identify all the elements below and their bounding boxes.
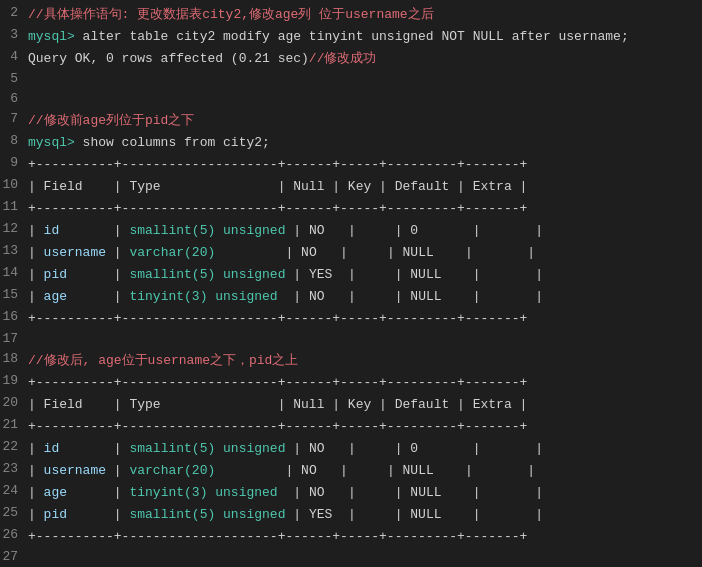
code-line: 13| username | varchar(20) | NO | | NULL… — [0, 242, 702, 264]
code-token: | — [106, 245, 129, 260]
line-number: 16 — [0, 309, 28, 324]
code-token: | Field | Type | Null | Key | Default | … — [28, 397, 527, 412]
line-text: mysql> alter table city2 modify age tiny… — [28, 27, 702, 47]
code-token: tinyint(3) unsigned — [129, 485, 277, 500]
code-token: +----------+--------------------+------+… — [28, 375, 527, 390]
code-token: | — [215, 245, 301, 260]
code-line: 12| id | smallint(5) unsigned | NO | | 0… — [0, 220, 702, 242]
code-token: NULL — [403, 463, 434, 478]
code-token: smallint(5) unsigned — [129, 223, 285, 238]
line-text: +----------+--------------------+------+… — [28, 527, 702, 547]
code-token: | | — [325, 289, 411, 304]
code-line: 18//修改后, age位于username之下，pid之上 — [0, 350, 702, 372]
code-line: 11+----------+--------------------+-----… — [0, 198, 702, 220]
code-token: //修改前age列位于pid之下 — [28, 113, 194, 128]
line-text: | username | varchar(20) | NO | | NULL |… — [28, 243, 702, 263]
code-token: | — [59, 441, 129, 456]
code-token: NO — [309, 223, 325, 238]
code-token: show columns from city2; — [83, 135, 270, 150]
code-token: | — [215, 463, 301, 478]
code-token: | — [28, 267, 44, 282]
code-token: age — [44, 485, 67, 500]
code-line: 2//具体操作语句: 更改数据表city2,修改age列 位于username之… — [0, 4, 702, 26]
code-token: YES — [309, 267, 332, 282]
code-token: //修改后, age位于username之下，pid之上 — [28, 353, 298, 368]
code-line: 4Query OK, 0 rows affected (0.21 sec)//修… — [0, 48, 702, 70]
code-line: 20| Field | Type | Null | Key | Default … — [0, 394, 702, 416]
code-token: | — [28, 289, 44, 304]
code-token: NULL — [410, 507, 441, 522]
line-text: Query OK, 0 rows affected (0.21 sec)//修改… — [28, 49, 702, 69]
code-token: NO — [301, 245, 317, 260]
code-token: tinyint(3) unsigned — [129, 289, 277, 304]
code-token: smallint(5) unsigned — [129, 441, 285, 456]
code-token: mysql> — [28, 135, 83, 150]
line-text: | age | tinyint(3) unsigned | NO | | NUL… — [28, 287, 702, 307]
line-number: 10 — [0, 177, 28, 192]
line-text: | age | tinyint(3) unsigned | NO | | NUL… — [28, 483, 702, 503]
code-line: 15| age | tinyint(3) unsigned | NO | | N… — [0, 286, 702, 308]
code-token: smallint(5) unsigned — [129, 507, 285, 522]
code-token: | — [285, 267, 308, 282]
code-token: | — [28, 223, 44, 238]
code-token: | | — [442, 507, 543, 522]
code-token: NULL — [410, 289, 441, 304]
code-token: YES — [309, 507, 332, 522]
line-text: //具体操作语句: 更改数据表city2,修改age列 位于username之后 — [28, 5, 702, 25]
code-token: | — [278, 289, 309, 304]
line-text: | id | smallint(5) unsigned | NO | | 0 |… — [28, 221, 702, 241]
line-number: 22 — [0, 439, 28, 454]
code-token: +----------+--------------------+------+… — [28, 419, 527, 434]
code-token: | | — [332, 267, 410, 282]
code-line: 22| id | smallint(5) unsigned | NO | | 0… — [0, 438, 702, 460]
code-token: | — [67, 267, 129, 282]
code-token: NULL — [403, 245, 434, 260]
code-token: mysql> — [28, 29, 83, 44]
code-line: 23| username | varchar(20) | NO | | NULL… — [0, 460, 702, 482]
code-token: age — [44, 289, 67, 304]
code-line: 7//修改前age列位于pid之下 — [0, 110, 702, 132]
line-text: | pid | smallint(5) unsigned | YES | | N… — [28, 265, 702, 285]
line-number: 26 — [0, 527, 28, 542]
code-token: | — [278, 485, 309, 500]
line-text: +----------+--------------------+------+… — [28, 373, 702, 393]
line-text: | username | varchar(20) | NO | | NULL |… — [28, 461, 702, 481]
line-number: 25 — [0, 505, 28, 520]
code-token: NO — [309, 441, 325, 456]
line-text: //修改后, age位于username之下，pid之上 — [28, 351, 702, 371]
code-token: 0 — [410, 441, 418, 456]
line-number: 15 — [0, 287, 28, 302]
code-line: 24| age | tinyint(3) unsigned | NO | | N… — [0, 482, 702, 504]
code-line: 10| Field | Type | Null | Key | Default … — [0, 176, 702, 198]
code-token: | — [67, 289, 129, 304]
code-line: 16+----------+--------------------+-----… — [0, 308, 702, 330]
line-text: +----------+--------------------+------+… — [28, 199, 702, 219]
line-number: 23 — [0, 461, 28, 476]
code-line: 6 — [0, 90, 702, 110]
code-token: | | — [317, 463, 403, 478]
code-editor: 2//具体操作语句: 更改数据表city2,修改age列 位于username之… — [0, 4, 702, 567]
code-token: //修改成功 — [309, 51, 377, 66]
code-token: | — [67, 507, 129, 522]
code-token: smallint(5) unsigned — [129, 267, 285, 282]
code-token: | | — [418, 223, 543, 238]
line-number: 18 — [0, 351, 28, 366]
line-number: 13 — [0, 243, 28, 258]
code-token: | — [28, 463, 44, 478]
line-text: +----------+--------------------+------+… — [28, 155, 702, 175]
code-token: | — [28, 245, 44, 260]
code-token: | | — [418, 441, 543, 456]
line-text: mysql> show columns from city2; — [28, 133, 702, 153]
code-token: username — [44, 245, 106, 260]
line-number: 21 — [0, 417, 28, 432]
code-token: varchar(20) — [129, 463, 215, 478]
line-text: //修改前age列位于pid之下 — [28, 111, 702, 131]
code-token: NO — [301, 463, 317, 478]
code-token: NO — [309, 289, 325, 304]
code-token: //具体操作语句: 更改数据表city2,修改age列 位于username之后 — [28, 7, 434, 22]
line-number: 7 — [0, 111, 28, 126]
code-line: 26+----------+--------------------+-----… — [0, 526, 702, 548]
code-line: 21+----------+--------------------+-----… — [0, 416, 702, 438]
code-line: 5 — [0, 70, 702, 90]
code-token: | | — [434, 463, 535, 478]
